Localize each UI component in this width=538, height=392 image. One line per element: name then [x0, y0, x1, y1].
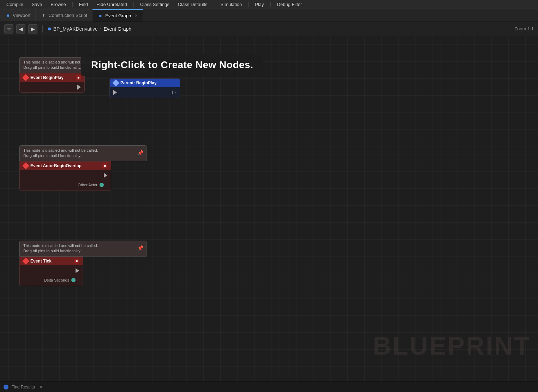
menu-hide-unrelated[interactable]: Hide Unrelated — [93, 1, 131, 8]
event-overlap-body: Other Actor — [20, 170, 111, 191]
disabled-text-line2-overlap: Drag off pins to build functionality. — [23, 153, 81, 158]
event-begin-play-label: Event BeginPlay — [30, 75, 64, 80]
separator-4 — [248, 2, 249, 7]
parent-begin-play-group: Parent: BeginPlay — [109, 78, 180, 98]
menu-save[interactable]: Save — [28, 1, 46, 8]
event-tick-label: Event Tick — [30, 259, 52, 264]
breadcrumb-separator — [42, 25, 43, 32]
event-overlap-header: Event ActorBeginOverlap ■ — [20, 162, 111, 170]
pin-icon-overlap: 📌 — [137, 150, 143, 157]
delta-seconds-label: Delta Seconds — [44, 278, 69, 282]
disabled-banner-overlap: This node is disabled and will not be ca… — [19, 145, 147, 161]
breadcrumb-chevron: › — [100, 26, 102, 32]
forward-icon: ▶ — [31, 26, 35, 32]
favorite-button[interactable]: ☆ — [4, 24, 13, 34]
other-actor-pin: Other Actor — [74, 182, 107, 188]
tab-bar: ■ Viewport f Construction Script ■ Event… — [0, 9, 538, 22]
delta-seconds-dot — [71, 278, 76, 282]
tab-close-icon[interactable]: ✕ — [134, 13, 138, 18]
viewport-icon: ■ — [5, 13, 11, 18]
event-actor-begin-overlap-node[interactable]: Event ActorBeginOverlap ■ Other Actor — [19, 161, 111, 191]
find-results-close[interactable]: ✕ — [39, 385, 43, 390]
delete-button-tick[interactable]: ■ — [74, 259, 79, 264]
parent-begin-play-label: Parent: BeginPlay — [120, 80, 157, 85]
exec-pin-out — [172, 90, 176, 95]
menu-play[interactable]: Play — [251, 1, 267, 8]
disabled-text-line1: This node is disabled and will not be ca… — [23, 60, 98, 64]
event-tick-group: This node is disabled and will not be ca… — [19, 241, 147, 286]
menu-browse[interactable]: Browse — [47, 1, 69, 8]
pin-icon: 📌 — [137, 62, 143, 69]
event-overlap-label: Event ActorBeginOverlap — [30, 163, 82, 168]
delta-seconds-pin: Delta Seconds — [40, 277, 79, 283]
event-tick-node[interactable]: Event Tick ■ Delta Seconds — [19, 257, 83, 286]
event-actor-begin-overlap-group: This node is disabled and will not be ca… — [19, 145, 147, 191]
exec-pin-in — [113, 90, 117, 95]
event-tick-body: Delta Seconds — [20, 265, 83, 286]
pin-icon-tick: 📌 — [137, 245, 143, 252]
tab-viewport-label: Viewport — [13, 13, 30, 18]
parent-begin-play-node[interactable]: Parent: BeginPlay — [109, 78, 180, 98]
event-begin-play-header: Event BeginPlay ■ — [20, 73, 84, 82]
blueprint-watermark: BLUEPRINT — [373, 331, 531, 360]
other-actor-label: Other Actor — [78, 183, 97, 187]
delete-button-overlap[interactable]: ■ — [102, 163, 107, 168]
delete-button[interactable]: ■ — [76, 75, 81, 80]
menu-compile[interactable]: Compile — [3, 1, 27, 8]
separator-2 — [133, 2, 134, 7]
separator-3 — [214, 2, 214, 7]
menu-simulation[interactable]: Simulation — [217, 1, 246, 8]
breadcrumb-bar: ☆ ◀ ▶ ■ BP_MyAKDerivative › Event Graph … — [0, 22, 538, 36]
forward-button[interactable]: ▶ — [28, 24, 37, 34]
event-tick-header: Event Tick ■ — [20, 257, 83, 265]
menu-debug-filter[interactable]: Debug Filter — [274, 1, 306, 8]
separator-5 — [270, 2, 271, 7]
disabled-banner-tick: This node is disabled and will not be ca… — [19, 241, 147, 257]
current-page: Event Graph — [103, 26, 131, 32]
blueprint-icon: ■ — [48, 26, 51, 32]
tab-viewport[interactable]: ■ Viewport — [0, 9, 36, 22]
event-begin-play-node[interactable]: Event BeginPlay ■ — [19, 73, 85, 93]
exec-pin-out — [77, 85, 81, 90]
other-actor-dot — [100, 183, 104, 187]
menu-find[interactable]: Find — [76, 1, 91, 8]
parent-begin-play-header: Parent: BeginPlay — [110, 79, 180, 87]
disabled-text-line1-overlap: This node is disabled and will not be ca… — [23, 148, 98, 152]
disabled-text-line2-tick: Drag off pins to build functionality. — [23, 249, 81, 253]
tab-construction-script-label: Construction Script — [48, 13, 87, 18]
find-results-label[interactable]: Find Results — [11, 385, 35, 390]
breadcrumb: ■ BP_MyAKDerivative › Event Graph — [48, 26, 131, 32]
event-begin-play-body — [20, 82, 84, 92]
tab-event-graph[interactable]: ■ Event Graph ✕ — [92, 9, 143, 22]
find-results-icon — [4, 385, 8, 390]
disabled-text-line2: Drag off pins to build functionality. — [23, 65, 81, 70]
menu-class-defaults[interactable]: Class Defaults — [174, 1, 211, 8]
event-graph-icon: ■ — [97, 13, 103, 19]
menu-bar: Compile Save Browse Find Hide Unrelated … — [0, 0, 538, 9]
exec-pin-out-overlap — [104, 173, 107, 178]
zoom-level: Zoom 1:1 — [514, 26, 534, 31]
back-button[interactable]: ◀ — [16, 24, 25, 34]
menu-class-settings[interactable]: Class Settings — [137, 1, 173, 8]
back-icon: ◀ — [19, 26, 23, 32]
event-diamond-icon — [22, 74, 29, 81]
disabled-banner-begin-play: This node is disabled and will not be ca… — [19, 57, 147, 73]
project-name[interactable]: BP_MyAKDerivative — [53, 26, 98, 32]
overlap-diamond-icon — [22, 162, 29, 169]
parent-diamond-icon — [112, 79, 119, 86]
separator-1 — [72, 2, 73, 7]
tick-diamond-icon — [22, 258, 29, 265]
tab-construction-script[interactable]: f Construction Script — [36, 9, 92, 22]
construction-script-icon: f — [41, 13, 46, 18]
disabled-text-line1-tick: This node is disabled and will not be ca… — [23, 243, 98, 248]
blueprint-canvas[interactable]: Right-Click to Create New Nodes. This no… — [0, 36, 538, 381]
tab-event-graph-label: Event Graph — [105, 13, 131, 18]
exec-pin-out-tick — [76, 268, 79, 273]
parent-begin-play-body — [110, 87, 180, 98]
status-bar: Find Results ✕ — [0, 381, 538, 392]
